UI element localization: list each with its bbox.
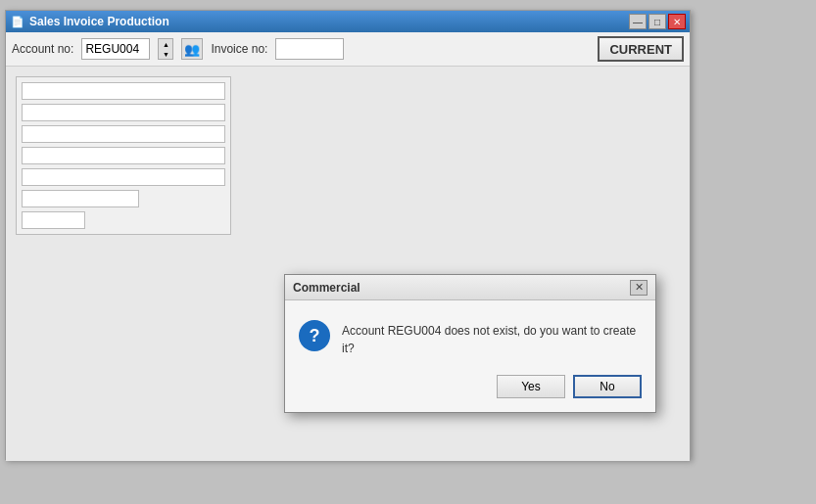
window-controls: — □ ✕ bbox=[629, 14, 686, 29]
form-field-3[interactable] bbox=[22, 125, 225, 143]
form-field-2[interactable] bbox=[22, 104, 225, 121]
close-button[interactable]: ✕ bbox=[668, 14, 686, 29]
form-row-4 bbox=[22, 147, 225, 164]
spin-down-button[interactable]: ▼ bbox=[159, 49, 172, 59]
yes-button[interactable]: Yes bbox=[497, 375, 565, 398]
toolbar: Account no: ▲ ▼ 👥 Invoice no: CURRENT bbox=[6, 32, 690, 67]
account-search-button[interactable]: 👥 bbox=[181, 38, 203, 60]
form-field-5[interactable] bbox=[22, 168, 225, 186]
dialog-body: ? Account REGU004 does not exist, do you… bbox=[285, 300, 655, 367]
form-field-6[interactable] bbox=[22, 190, 139, 207]
dialog-message: Account REGU004 does not exist, do you w… bbox=[342, 318, 642, 357]
account-label: Account no: bbox=[12, 42, 73, 56]
form-row-1 bbox=[22, 82, 225, 100]
spin-up-button[interactable]: ▲ bbox=[159, 39, 172, 49]
search-icon: 👥 bbox=[184, 42, 200, 57]
question-icon: ? bbox=[299, 320, 330, 351]
form-field-small[interactable] bbox=[22, 211, 85, 229]
current-button[interactable]: CURRENT bbox=[598, 36, 684, 62]
dialog-title-bar: Commercial ✕ bbox=[285, 275, 655, 300]
form-field-1[interactable] bbox=[22, 82, 225, 100]
form-row-2 bbox=[22, 104, 225, 121]
title-bar: 📄 Sales Invoice Production — □ ✕ bbox=[6, 11, 690, 32]
window-title: Sales Invoice Production bbox=[29, 15, 629, 28]
no-button[interactable]: No bbox=[573, 375, 642, 398]
dialog-title: Commercial bbox=[293, 281, 630, 295]
account-input[interactable] bbox=[81, 38, 150, 60]
dialog-buttons: Yes No bbox=[285, 367, 655, 412]
dialog: Commercial ✕ ? Account REGU004 does not … bbox=[284, 274, 656, 413]
account-spinner[interactable]: ▲ ▼ bbox=[158, 38, 173, 60]
form-row-5 bbox=[22, 168, 225, 186]
invoice-label: Invoice no: bbox=[211, 42, 267, 56]
invoice-input[interactable] bbox=[275, 38, 344, 60]
app-icon: 📄 bbox=[10, 14, 25, 29]
form-row-6 bbox=[22, 190, 225, 207]
minimize-button[interactable]: — bbox=[629, 14, 647, 29]
form-field-4[interactable] bbox=[22, 147, 225, 164]
dialog-close-button[interactable]: ✕ bbox=[630, 280, 648, 296]
maximize-button[interactable]: □ bbox=[648, 14, 666, 29]
form-row-3 bbox=[22, 125, 225, 143]
form-panel bbox=[16, 76, 231, 235]
